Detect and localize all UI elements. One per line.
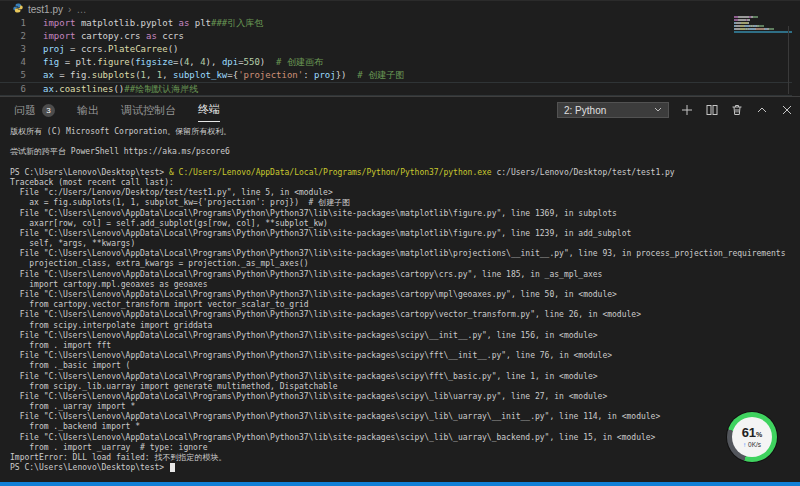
terminal-line: self, *args, **kwargs) — [10, 239, 800, 249]
code-line-3[interactable]: 3proj = ccrs.PlateCarree() — [0, 43, 800, 56]
terminal-cursor — [170, 463, 175, 472]
python-file-icon — [13, 3, 23, 15]
code-text: proj = ccrs.PlateCarree() — [43, 43, 179, 56]
terminal-line: from ._uarray import * — [10, 402, 800, 412]
split-terminal-icon[interactable] — [705, 103, 719, 117]
terminal-line: Traceback (most recent call last): — [10, 178, 800, 188]
terminal-selector-dropdown[interactable]: 2: Python — [557, 102, 669, 118]
terminal-output[interactable]: 版权所有 (C) Microsoft Corporation。保留所有权利。 尝… — [0, 123, 800, 482]
terminal-line — [10, 137, 800, 147]
terminal-line: import cartopy.mpl.geoaxes as geoaxes — [10, 280, 800, 290]
code-text: import matplotlib.pyplot as plt###引入库包 — [43, 17, 263, 30]
upload-rate-label: ↑ 0K/s — [743, 441, 761, 448]
panel-tab-label: 输出 — [77, 103, 99, 118]
panel-tab-problems[interactable]: 问题3 — [14, 98, 55, 122]
breadcrumb[interactable]: test1.py › … — [0, 1, 800, 17]
terminal-line — [10, 158, 800, 168]
terminal-line: axarr[row, col] = self.add_subplot(gs[ro… — [10, 219, 800, 229]
system-monitor-widget[interactable]: 61% ↑ 0K/s — [727, 412, 777, 462]
panel-actions: 2: Python — [557, 102, 794, 118]
maximize-panel-chevron-up-icon[interactable] — [755, 103, 769, 117]
minimap-line — [734, 25, 792, 27]
terminal-line: 尝试新的跨平台 PowerShell https://aka.ms/pscore… — [10, 147, 800, 157]
minimap[interactable] — [734, 16, 792, 34]
minimap-line — [734, 28, 792, 30]
line-number: 4 — [0, 56, 26, 69]
terminal-line: File "C:\Users\Lenovo\AppData\Local\Prog… — [10, 209, 800, 219]
terminal-line: File "C:\Users\Lenovo\AppData\Local\Prog… — [10, 290, 800, 300]
system-monitor-face: 61% ↑ 0K/s — [732, 417, 772, 457]
line-number: 3 — [0, 43, 26, 56]
terminal-line: File "C:\Users\Lenovo\AppData\Local\Prog… — [10, 372, 800, 382]
terminal-line: File "C:\Users\Lenovo\AppData\Local\Prog… — [10, 392, 800, 402]
terminal-line: PS C:\Users\Lenovo\Desktop\test> — [10, 463, 800, 473]
panel-tab-terminal[interactable]: 终端 — [198, 98, 220, 122]
terminal-line: 版权所有 (C) Microsoft Corporation。保留所有权利。 — [10, 127, 800, 137]
terminal-line: from scipy.interpolate import griddata — [10, 321, 800, 331]
code-line-1[interactable]: 1import matplotlib.pyplot as plt###引入库包 — [0, 17, 800, 30]
terminal-line: from ._backend import * — [10, 422, 800, 432]
code-text: import cartopy.crs as ccrs — [43, 30, 184, 43]
panel-tab-output[interactable]: 输出 — [77, 98, 99, 122]
upload-arrow-icon: ↑ — [743, 441, 746, 448]
terminal-line: from . import _uarray # type: ignore — [10, 443, 800, 453]
kill-terminal-trash-icon[interactable] — [730, 103, 744, 117]
minimap-slider-edge — [788, 26, 789, 94]
panel-tab-label: 调试控制台 — [121, 103, 176, 118]
new-terminal-icon[interactable] — [680, 103, 694, 117]
terminal-line: from ._basic import ( — [10, 361, 800, 371]
terminal-selector-value: 2: Python — [564, 105, 606, 116]
code-line-5[interactable]: 5ax = fig.subplots(1, 1, subplot_kw={'pr… — [0, 69, 800, 82]
code-line-2[interactable]: 2import cartopy.crs as ccrs — [0, 30, 800, 43]
terminal-line: File "C:\Users\Lenovo\AppData\Local\Prog… — [10, 412, 800, 422]
close-panel-icon[interactable] — [780, 103, 794, 117]
code-line-4[interactable]: 4fig = plt.figure(figsize=(4, 4), dpi=55… — [0, 56, 800, 69]
problems-count-badge: 3 — [42, 104, 55, 117]
code-text: fig = plt.figure(figsize=(4, 4), dpi=550… — [43, 56, 323, 69]
status-bar — [0, 482, 800, 486]
line-number: 2 — [0, 30, 26, 43]
minimap-line — [734, 19, 792, 21]
terminal-line: ImportError: DLL load failed: 找不到指定的模块。 — [10, 453, 800, 463]
terminal-line: File "C:\Users\Lenovo\AppData\Local\Prog… — [10, 249, 800, 259]
panel-tab-debug-console[interactable]: 调试控制台 — [121, 98, 176, 122]
bottom-panel: 问题3输出调试控制台终端 2: Python — [0, 96, 800, 482]
code-line-6[interactable]: 6ax.coastlines()##绘制默认海岸线 — [0, 82, 792, 96]
terminal-line: File "C:\Users\Lenovo\AppData\Local\Prog… — [10, 351, 800, 361]
code-text: ax.coastlines()##绘制默认海岸线 — [43, 83, 198, 95]
chevron-down-icon — [654, 105, 662, 115]
terminal-line: File "C:\Users\Lenovo\AppData\Local\Prog… — [10, 433, 800, 443]
code-area[interactable]: 1import matplotlib.pyplot as plt###引入库包2… — [0, 17, 800, 96]
terminal-line: projection_class, extra_kwargs = project… — [10, 259, 800, 269]
panel-tab-label: 终端 — [198, 102, 220, 117]
minimap-line — [734, 16, 792, 18]
terminal-line: ax = fig.subplots(1, 1, subplot_kw={'pro… — [10, 198, 800, 208]
terminal-line: from . import fft — [10, 341, 800, 351]
breadcrumb-symbol-ellipsis[interactable]: … — [76, 4, 86, 15]
minimap-line — [734, 22, 792, 24]
terminal-line: File "C:\Users\Lenovo\AppData\Local\Prog… — [10, 229, 800, 239]
panel-tab-label: 问题 — [14, 103, 36, 118]
line-number: 5 — [0, 69, 26, 82]
minimap-line — [734, 31, 792, 33]
line-number: 6 — [0, 83, 26, 95]
breadcrumb-filename[interactable]: test1.py — [28, 4, 63, 15]
panel-tabs: 问题3输出调试控制台终端 — [14, 98, 220, 122]
breadcrumb-separator-icon: › — [68, 4, 71, 15]
line-number: 1 — [0, 17, 26, 30]
terminal-line: from scipy._lib.uarray import generate_m… — [10, 382, 800, 392]
editor-pane: test1.py › … 1import matplotlib.pyplot a… — [0, 0, 800, 96]
terminal-line: PS C:\Users\Lenovo\Desktop\test> & C:/Us… — [10, 168, 800, 178]
code-text: ax = fig.subplots(1, 1, subplot_kw={'pro… — [43, 69, 404, 82]
terminal-line: File "C:\Users\Lenovo\AppData\Local\Prog… — [10, 310, 800, 320]
terminal-line: File "c:/Users/Lenovo/Desktop/test/test1… — [10, 188, 800, 198]
vscode-window: test1.py › … 1import matplotlib.pyplot a… — [0, 0, 800, 486]
panel-header: 问题3输出调试控制台终端 2: Python — [0, 97, 800, 123]
terminal-line: from cartopy.vector_transform import vec… — [10, 300, 800, 310]
terminal-line: File "C:\Users\Lenovo\AppData\Local\Prog… — [10, 331, 800, 341]
cpu-percent-label: 61% — [742, 427, 763, 441]
terminal-line: File "C:\Users\Lenovo\AppData\Local\Prog… — [10, 270, 800, 280]
